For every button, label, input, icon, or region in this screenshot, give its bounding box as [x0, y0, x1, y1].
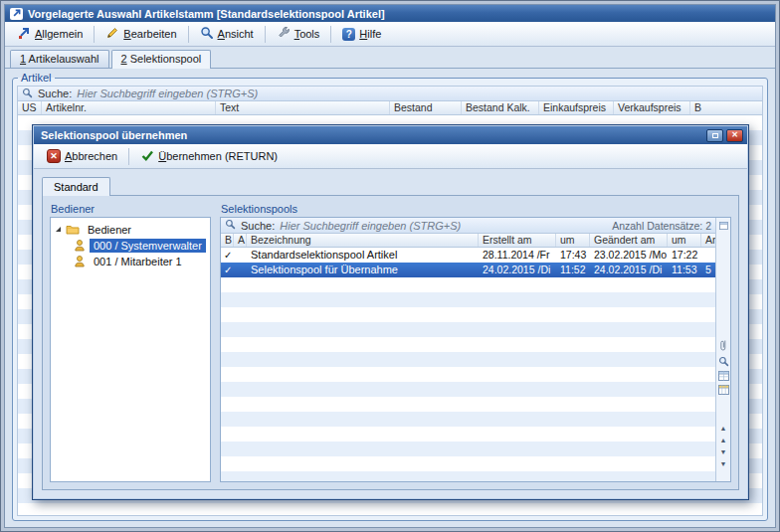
- selektionspools-caption: Selektionspools: [221, 203, 731, 215]
- tree-item-label: 001 / Mitarbeiter 1: [90, 255, 186, 268]
- abbrechen-button[interactable]: ✕ Abbrechen: [39, 146, 125, 166]
- row-created: 28.11.2014 /Fr: [479, 248, 556, 263]
- column-header[interactable]: Bestand Kalk.: [462, 101, 539, 114]
- search-label: Suche:: [38, 88, 72, 99]
- column-header[interactable]: A: [234, 234, 247, 247]
- menu-allgemein-button[interactable]: Allgemein: [9, 23, 91, 45]
- minimize-button[interactable]: [706, 129, 723, 142]
- toolbar-separator: [94, 26, 95, 43]
- pools-table-header: B A Bezeichnung Erstellt am um Geändert …: [221, 234, 715, 248]
- artikel-search-bar[interactable]: Suche:: [17, 86, 763, 101]
- menu-ansicht-button[interactable]: Ansicht: [192, 23, 262, 45]
- dialog-titlebar[interactable]: Selektionspool übernehmen ✕: [34, 126, 747, 144]
- pools-search-bar[interactable]: Suche: Anzahl Datensätze: 2: [221, 218, 715, 234]
- wrench-icon: [277, 26, 291, 42]
- app-arrow-icon: [10, 8, 23, 20]
- pools-search-input[interactable]: [280, 219, 607, 232]
- abbrechen-label: Abbrechen: [65, 150, 117, 162]
- scroll-down-icon[interactable]: ▼: [720, 446, 727, 458]
- row-changed: 23.02.2015 /Mo: [590, 248, 668, 263]
- menu-label: Bearbeiten: [123, 28, 176, 40]
- allgemein-arrow-icon: [17, 26, 31, 42]
- artikel-search-input[interactable]: [77, 88, 758, 100]
- column-header[interactable]: Text: [216, 101, 390, 114]
- menu-tools-button[interactable]: Tools: [269, 23, 328, 45]
- column-header[interactable]: um: [556, 234, 590, 247]
- uebernehmen-label: Übernehmen (RETURN): [158, 150, 278, 162]
- scroll-bottom-icon[interactable]: ▼: [720, 458, 727, 470]
- selektionspools-box: Suche: Anzahl Datensätze: 2 B A Bezeichn…: [220, 217, 731, 482]
- tree-root-bediener[interactable]: Bediener: [53, 222, 208, 238]
- grid-options-icon[interactable]: [719, 222, 728, 230]
- accept-check-icon: [140, 148, 154, 164]
- artikel-legend: Artikel: [18, 72, 55, 84]
- row-checkmark: ✓: [221, 263, 234, 277]
- menu-bearbeiten-button[interactable]: Bearbeiten: [98, 23, 184, 45]
- menu-hilfe-button[interactable]: ? Hilfe: [334, 25, 389, 44]
- column-header[interactable]: Erstellt am: [479, 234, 556, 247]
- paperclip-icon[interactable]: [718, 339, 728, 352]
- selektionspool-dialog: Selektionspool übernehmen ✕ ✕ Abbrechen …: [32, 124, 749, 500]
- user-icon: [74, 255, 86, 269]
- folder-icon: [66, 224, 80, 237]
- tree-children: 000 / Systemverwalter 001 / Mitarbeiter …: [74, 238, 208, 269]
- tree-item-mitarbeiter[interactable]: 001 / Mitarbeiter 1: [74, 254, 208, 269]
- selektionspools-group: Selektionspools Suche: Anzahl Datensätze…: [220, 203, 731, 482]
- record-count: Anzahl Datensätze: 2: [612, 220, 711, 232]
- main-toolbar: Allgemein Bearbeiten Ansicht Tools ? Hil…: [5, 22, 775, 47]
- close-button[interactable]: ✕: [726, 129, 743, 142]
- search-label: Suche:: [241, 220, 275, 232]
- tab-artikelauswahl[interactable]: 1 Artikelauswahl: [10, 50, 109, 68]
- bediener-tree-box: Bediener 000 / Systemverwalter 001 / Mit…: [50, 217, 211, 482]
- scroll-top-icon[interactable]: ▲: [720, 423, 727, 435]
- titlebar[interactable]: Vorgelagerte Auswahl Artikelstamm [Stand…: [5, 5, 775, 22]
- dialog-body: Bediener Bediener 000 / Systemverwalter: [42, 195, 739, 490]
- column-header[interactable]: Bezeichnung: [247, 234, 479, 247]
- column-header[interactable]: Einkaufspreis: [539, 101, 614, 114]
- menu-label: Tools: [294, 28, 320, 40]
- user-icon: [74, 239, 86, 254]
- tab-selektionspool[interactable]: 2 Selektionspool: [111, 50, 212, 69]
- table-row[interactable]: ✓ Standardselektionspool Artikel 28.11.2…: [221, 248, 715, 263]
- column-header[interactable]: Geändert am: [590, 234, 668, 247]
- column-header[interactable]: B: [690, 101, 762, 114]
- toolbar-separator: [188, 26, 189, 43]
- dialog-title: Selektionspool übernehmen: [41, 129, 187, 141]
- menu-label: Hilfe: [359, 28, 381, 40]
- pools-table-area: Suche: Anzahl Datensätze: 2 B A Bezeichn…: [221, 218, 715, 481]
- uebernehmen-button[interactable]: Übernehmen (RETURN): [132, 145, 286, 167]
- window-title: Vorgelagerte Auswahl Artikelstamm [Stand…: [28, 8, 385, 20]
- main-tabstrip: 1 Artikelauswahl 2 Selektionspool: [5, 47, 775, 69]
- row-an: [701, 248, 715, 263]
- column-header[interactable]: An: [701, 234, 715, 247]
- zoom-icon[interactable]: [718, 356, 729, 367]
- column-header[interactable]: B: [221, 234, 234, 247]
- tree-item-label: 000 / Systemverwalter: [90, 239, 206, 253]
- dialog-toolbar: ✕ Abbrechen Übernehmen (RETURN): [34, 144, 747, 169]
- row-changed-time: 17:22: [668, 248, 701, 263]
- column-header[interactable]: Artikelnr.: [42, 101, 216, 114]
- row-cell: [234, 263, 247, 277]
- row-cell: [234, 248, 247, 263]
- row-created-time: 11:52: [556, 263, 590, 277]
- row-bezeichnung: Selektionspool für Übernahme: [247, 263, 479, 277]
- menu-label: Allgemein: [35, 28, 83, 40]
- desktop-frame: Vorgelagerte Auswahl Artikelstamm [Stand…: [0, 0, 780, 532]
- table-row-selected[interactable]: ✓ Selektionspool für Übernahme 24.02.201…: [221, 263, 715, 277]
- row-changed-time: 11:53: [668, 263, 701, 277]
- table-view-icon[interactable]: [718, 371, 729, 381]
- column-header[interactable]: US: [18, 101, 42, 114]
- table-columns-icon[interactable]: [718, 385, 729, 395]
- cancel-icon: ✕: [47, 149, 61, 163]
- help-icon: ?: [342, 28, 355, 41]
- artikel-table-header: US Artikelnr. Text Bestand Bestand Kalk.…: [17, 101, 763, 115]
- row-checkmark: ✓: [221, 248, 234, 263]
- scroll-up-icon[interactable]: ▲: [720, 435, 727, 446]
- minimize-icon: [712, 133, 718, 138]
- column-header[interactable]: um: [668, 234, 701, 247]
- column-header[interactable]: Verkaufspreis: [614, 101, 690, 114]
- expander-icon[interactable]: [56, 227, 61, 232]
- tree-item-systemverwalter[interactable]: 000 / Systemverwalter: [74, 238, 208, 254]
- column-header[interactable]: Bestand: [390, 101, 462, 114]
- tab-standard[interactable]: Standard: [42, 177, 110, 196]
